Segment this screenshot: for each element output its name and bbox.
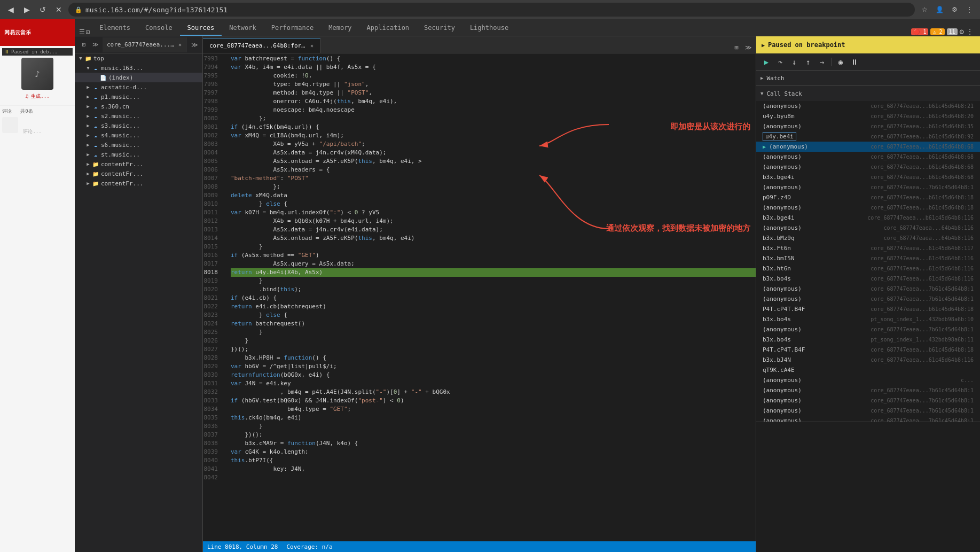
code-line[interactable]: delete xM4Q.data [231,191,756,200]
code-line[interactable]: var xM4Q = cLI8A(bm4q.url, i4m); [231,131,756,140]
call-stack-item[interactable]: b3x.bMz9qcore_687747eaea...64b4b8:116 [756,233,980,243]
call-stack-item[interactable]: (anonymous)core_687747eaea...7b61c45d64b… [756,385,980,395]
call-stack-item[interactable]: b3x.bo4spt_song_index_1...432bdb98a6b:11 [756,335,980,345]
address-bar[interactable]: 🔒 music.163.com/#/song?id=1376142151 [68,3,915,17]
call-stack-item[interactable]: (anonymous)c... [756,375,980,385]
watch-section-header[interactable]: ▶ Watch [756,71,980,85]
editor-active-tab[interactable]: core_687747eaea...64b8:formatted ✕ [203,38,320,53]
tree-item[interactable]: ▶☁p1.music... [75,92,202,102]
code-line[interactable]: }; [231,183,756,191]
call-stack-item[interactable]: qT9K.cA4E [756,365,980,375]
code-line[interactable]: return function(bQG0x, e4i) { [231,371,756,379]
pause-on-exception-button[interactable]: ⏸ [849,56,860,68]
tab-security[interactable]: Security [417,21,462,36]
code-line[interactable]: var X4b, i4m = e4i.data || bb4f, As5x = … [231,63,756,72]
tab-lighthouse[interactable]: Lighthouse [462,21,516,36]
new-tab-icon[interactable]: ⊡ [79,40,89,50]
call-stack-item[interactable]: (anonymous)core_687747eaea...7b61c45d64b… [756,395,980,406]
code-line[interactable]: } [231,243,756,251]
tree-item[interactable]: ▶📁contentFr... [75,178,202,188]
code-line[interactable]: , bm4q = p4t.A4E(J4N.split("-")[0] + "-"… [231,388,756,396]
call-stack-item[interactable]: u4y.byu8mcore_687747eaea...b61c45d64b8:2… [756,111,980,121]
code-line[interactable]: })(); [231,345,756,354]
tree-item[interactable]: ▶☁s.360.cn [75,102,202,111]
call-stack-item[interactable]: (anonymous)core_687747eaea...7b61c45d64b… [756,284,980,294]
code-line[interactable]: X4b = yV5a + "/api/batch"; [231,140,756,149]
call-stack-item[interactable]: pO9F.z4Dcore_687747eaea...b61c45d64b8:18 [756,192,980,203]
call-stack-item[interactable]: b3x.bo4score_687747eaea...61c45d64b8:116 [756,274,980,284]
code-line[interactable]: return batchrequest() [231,320,756,328]
step-out-button[interactable]: ↑ [802,56,814,68]
call-stack-item[interactable]: b3x.bge4icore_687747eaea...b61c45d64b8:6… [756,172,980,182]
menu-button[interactable]: ⋮ [963,3,976,16]
tree-item[interactable]: ▶☁st.music... [75,150,202,159]
call-stack-item[interactable]: b3x.bge4icore_687747eaea...b61c45d64b8:1… [756,213,980,223]
tree-item[interactable]: ▶☁s6.music... [75,140,202,150]
call-stack-item[interactable]: b3x.bo4spt_song_index_1...432bdb98a6b:10 [756,314,980,324]
code-line[interactable]: } else { [231,311,756,320]
call-stack-item[interactable]: P4T.cP4T.B4Fcore_687747eaea...b61c45d64b… [756,345,980,355]
user-button[interactable]: 👤 [933,3,946,16]
tree-item[interactable]: ▼📁top [75,53,202,63]
tree-item[interactable]: ▶☁acstatic-d... [75,82,202,92]
code-line[interactable]: } else { [231,200,756,208]
code-line[interactable]: b3x.cMA9r = function(J4N, k4o) { [231,439,756,448]
resume-button[interactable]: ▶ [761,56,772,68]
code-line[interactable]: var hb6V = /^get|list|pull$/i; [231,362,756,371]
tab-network[interactable]: Network [222,21,264,36]
tab-application[interactable]: Application [359,21,417,36]
tab-elements[interactable]: Elements [92,21,138,36]
call-stack-item[interactable]: ▶(anonymous)core_687747eaea...b61c45d64b… [756,142,980,152]
call-stack-item[interactable]: b3x.bJ4Ncore_687747eaea...61c45d64b8:116 [756,355,980,365]
code-line[interactable]: })(); [231,431,756,439]
call-stack-item[interactable]: u4y.be4icore_687747eaea...b61c45d64b8:92 [756,131,980,142]
bookmark-button[interactable]: ☆ [918,3,931,16]
code-line[interactable]: As5x.data = j4n.cr4v(xM4Q.data); [231,149,756,157]
call-stack-item[interactable]: (anonymous)core_687747eaea...7b61c45d64b… [756,182,980,192]
code-line[interactable]: bm4q.type = "GET"; [231,405,756,414]
tab-console[interactable]: Console [138,21,180,36]
call-stack-item[interactable]: (anonymous)core_687747eaea...b61c45d64b8… [756,162,980,172]
code-line[interactable]: var J4N = e4i.key [231,379,756,388]
editor-tab-close[interactable]: ✕ [310,43,313,49]
call-stack-item[interactable]: (anonymous)core_687747eaea...7b61c45d64b… [756,294,980,304]
code-line[interactable]: }; [231,114,756,123]
code-line[interactable]: noescape: bm4q.noescape [231,106,756,114]
call-stack-item[interactable]: P4T.cP4T.B4Fcore_687747eaea...b61c45d64b… [756,304,980,314]
step-over-button[interactable]: ↷ [774,56,786,68]
code-line[interactable]: cookie: !0, [231,72,756,80]
step-into-button[interactable]: ↓ [788,56,800,68]
call-stack-item[interactable]: (anonymous)core_687747eaea...64b4b8:116 [756,223,980,233]
settings-button[interactable]: ⚙ [948,3,961,16]
code-line[interactable]: "batch-method": "POST" [231,174,756,183]
code-line[interactable]: As5x.data = j4n.cr4v(e4i.data); [231,226,756,234]
code-line[interactable]: if (j4n.ef5k(bm4q.url)) { [231,123,756,131]
code-line[interactable]: var k07H = bm4q.url.indexOf(":") < 0 ? y… [231,208,756,217]
tree-item[interactable]: ▶☁s4.music... [75,130,202,140]
step-button[interactable]: → [816,56,828,68]
call-stack-item[interactable]: (anonymous)core_687747eaea...7b61c45d64b… [756,416,980,422]
code-line[interactable]: method: bm4q.type || "POST", [231,89,756,97]
nav-forward-button[interactable]: ▶ [20,3,33,16]
code-line[interactable]: type: bm4q.rtype || "json", [231,80,756,89]
code-line[interactable]: .bind(this); [231,285,756,294]
code-line[interactable]: key: J4N, [231,465,756,473]
call-stack-item[interactable]: b3x.bmI5Ncore_687747eaea...61c45d64b8:11… [756,253,980,263]
tab-close-button[interactable]: ✕ [178,42,182,48]
tree-item[interactable]: ▶📁contentFr... [75,169,202,178]
code-line[interactable]: var cG4K = k4o.length; [231,448,756,456]
tree-item[interactable]: 📄(index) [75,73,202,82]
code-line[interactable]: if (hb6V.test(bQG0x) && J4N.indexOf("pos… [231,396,756,405]
code-line[interactable]: return u4y.be4i(X4b, As5x) [231,268,756,277]
code-line[interactable]: onerror: CA6u.f4j(this, bm4q, e4i), [231,97,756,106]
code-line[interactable]: } [231,277,756,285]
code-line[interactable]: X4b = bQb0x(k07H + bm4q.url, i4m); [231,217,756,226]
code-line[interactable]: As5x.headers = { [231,166,756,174]
nav-back-button[interactable]: ◀ [4,3,17,16]
code-line[interactable]: if (e4i.cb) { [231,294,756,302]
nav-refresh-button[interactable]: ↺ [36,3,49,16]
call-stack-item[interactable]: (anonymous)core_687747eaea...b61c45d64b8… [756,152,980,162]
tree-item[interactable]: ▶📁contentFr... [75,159,202,169]
code-line[interactable]: var batchrequest = function() { [231,55,756,63]
tab-action-collapse[interactable]: ⊞ [731,42,742,53]
